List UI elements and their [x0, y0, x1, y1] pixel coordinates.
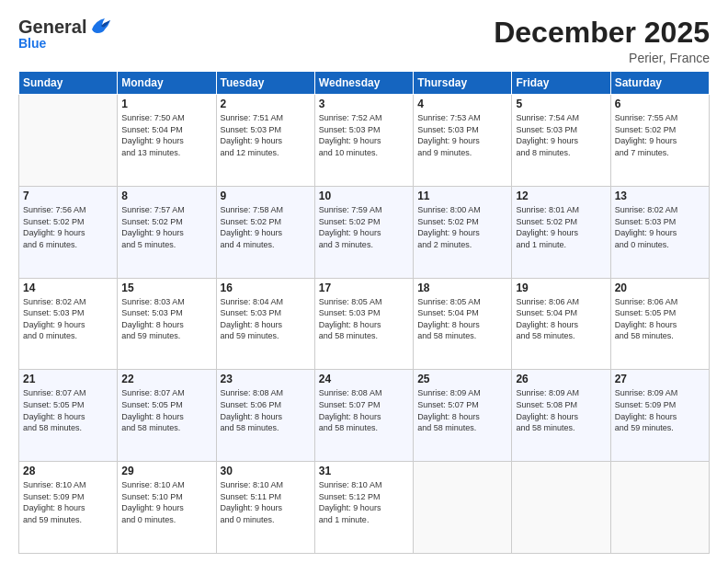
day-number: 28 — [23, 465, 113, 477]
day-info: Sunrise: 7:58 AM Sunset: 5:02 PM Dayligh… — [221, 204, 311, 250]
day-header-thursday: Thursday — [414, 72, 512, 95]
day-number: 9 — [221, 190, 311, 202]
calendar-cell: 10Sunrise: 7:59 AM Sunset: 5:02 PM Dayli… — [314, 186, 413, 278]
logo-general: General — [18, 17, 86, 38]
day-number: 1 — [121, 98, 211, 110]
calendar-week-row: 21Sunrise: 8:07 AM Sunset: 5:05 PM Dayli… — [19, 370, 710, 462]
day-number: 30 — [221, 465, 311, 477]
day-number: 25 — [417, 373, 507, 385]
calendar-cell: 1Sunrise: 7:50 AM Sunset: 5:04 PM Daylig… — [118, 95, 216, 187]
page: General Blue December 2025 Perier, Franc… — [0, 0, 728, 563]
calendar-cell: 29Sunrise: 8:10 AM Sunset: 5:10 PM Dayli… — [118, 462, 216, 554]
day-info: Sunrise: 8:08 AM Sunset: 5:07 PM Dayligh… — [319, 387, 409, 433]
calendar-cell: 27Sunrise: 8:09 AM Sunset: 5:09 PM Dayli… — [610, 370, 709, 462]
day-info: Sunrise: 8:00 AM Sunset: 5:02 PM Dayligh… — [417, 204, 507, 250]
day-info: Sunrise: 7:52 AM Sunset: 5:03 PM Dayligh… — [319, 112, 409, 158]
calendar-cell: 4Sunrise: 7:53 AM Sunset: 5:03 PM Daylig… — [414, 95, 512, 187]
day-header-friday: Friday — [512, 72, 610, 95]
logo-blue: Blue — [18, 36, 46, 51]
day-info: Sunrise: 8:10 AM Sunset: 5:12 PM Dayligh… — [319, 479, 409, 525]
day-number: 17 — [319, 282, 409, 294]
calendar-cell: 2Sunrise: 7:51 AM Sunset: 5:03 PM Daylig… — [216, 95, 314, 187]
day-info: Sunrise: 8:06 AM Sunset: 5:04 PM Dayligh… — [516, 296, 606, 342]
day-info: Sunrise: 7:56 AM Sunset: 5:02 PM Dayligh… — [23, 204, 113, 250]
day-info: Sunrise: 8:02 AM Sunset: 5:03 PM Dayligh… — [23, 296, 113, 342]
day-header-saturday: Saturday — [610, 72, 709, 95]
day-info: Sunrise: 7:57 AM Sunset: 5:02 PM Dayligh… — [121, 204, 211, 250]
calendar-cell: 12Sunrise: 8:01 AM Sunset: 5:02 PM Dayli… — [512, 186, 610, 278]
calendar-cell: 15Sunrise: 8:03 AM Sunset: 5:03 PM Dayli… — [118, 278, 216, 370]
logo-bird-icon — [88, 17, 112, 37]
calendar-cell: 24Sunrise: 8:08 AM Sunset: 5:07 PM Dayli… — [314, 370, 413, 462]
calendar-cell: 18Sunrise: 8:05 AM Sunset: 5:04 PM Dayli… — [414, 278, 512, 370]
day-number: 21 — [23, 373, 113, 385]
calendar-cell: 28Sunrise: 8:10 AM Sunset: 5:09 PM Dayli… — [19, 462, 118, 554]
day-info: Sunrise: 7:54 AM Sunset: 5:03 PM Dayligh… — [516, 112, 606, 158]
calendar-week-row: 7Sunrise: 7:56 AM Sunset: 5:02 PM Daylig… — [19, 186, 710, 278]
day-number: 24 — [319, 373, 409, 385]
calendar-cell: 16Sunrise: 8:04 AM Sunset: 5:03 PM Dayli… — [216, 278, 314, 370]
day-number: 11 — [417, 190, 507, 202]
day-header-tuesday: Tuesday — [216, 72, 314, 95]
header: General Blue December 2025 Perier, Franc… — [18, 17, 710, 65]
logo: General Blue — [18, 17, 112, 51]
calendar-cell: 22Sunrise: 8:07 AM Sunset: 5:05 PM Dayli… — [118, 370, 216, 462]
day-info: Sunrise: 7:59 AM Sunset: 5:02 PM Dayligh… — [319, 204, 409, 250]
day-number: 15 — [121, 282, 211, 294]
calendar-cell: 25Sunrise: 8:09 AM Sunset: 5:07 PM Dayli… — [414, 370, 512, 462]
day-info: Sunrise: 8:05 AM Sunset: 5:04 PM Dayligh… — [417, 296, 507, 342]
day-number: 7 — [23, 190, 113, 202]
calendar-cell: 8Sunrise: 7:57 AM Sunset: 5:02 PM Daylig… — [118, 186, 216, 278]
calendar-cell: 31Sunrise: 8:10 AM Sunset: 5:12 PM Dayli… — [314, 462, 413, 554]
day-info: Sunrise: 8:04 AM Sunset: 5:03 PM Dayligh… — [221, 296, 311, 342]
calendar-cell: 17Sunrise: 8:05 AM Sunset: 5:03 PM Dayli… — [314, 278, 413, 370]
day-info: Sunrise: 8:02 AM Sunset: 5:03 PM Dayligh… — [615, 204, 705, 250]
day-info: Sunrise: 8:03 AM Sunset: 5:03 PM Dayligh… — [121, 296, 211, 342]
day-info: Sunrise: 8:07 AM Sunset: 5:05 PM Dayligh… — [121, 387, 211, 433]
day-info: Sunrise: 7:51 AM Sunset: 5:03 PM Dayligh… — [221, 112, 311, 158]
day-number: 23 — [221, 373, 311, 385]
day-info: Sunrise: 8:10 AM Sunset: 5:09 PM Dayligh… — [23, 479, 113, 525]
day-number: 19 — [516, 282, 606, 294]
day-number: 2 — [221, 98, 311, 110]
calendar-cell: 30Sunrise: 8:10 AM Sunset: 5:11 PM Dayli… — [216, 462, 314, 554]
day-info: Sunrise: 7:53 AM Sunset: 5:03 PM Dayligh… — [417, 112, 507, 158]
calendar-cell: 3Sunrise: 7:52 AM Sunset: 5:03 PM Daylig… — [314, 95, 413, 187]
day-number: 12 — [516, 190, 606, 202]
day-number: 31 — [319, 465, 409, 477]
day-number: 4 — [417, 98, 507, 110]
calendar-cell: 23Sunrise: 8:08 AM Sunset: 5:06 PM Dayli… — [216, 370, 314, 462]
calendar-cell: 19Sunrise: 8:06 AM Sunset: 5:04 PM Dayli… — [512, 278, 610, 370]
calendar-header-row: SundayMondayTuesdayWednesdayThursdayFrid… — [19, 72, 710, 95]
day-header-wednesday: Wednesday — [314, 72, 413, 95]
day-info: Sunrise: 7:55 AM Sunset: 5:02 PM Dayligh… — [615, 112, 705, 158]
calendar-week-row: 14Sunrise: 8:02 AM Sunset: 5:03 PM Dayli… — [19, 278, 710, 370]
day-info: Sunrise: 8:09 AM Sunset: 5:07 PM Dayligh… — [417, 387, 507, 433]
day-number: 13 — [615, 190, 705, 202]
day-number: 20 — [615, 282, 705, 294]
calendar-cell — [414, 462, 512, 554]
calendar-week-row: 1Sunrise: 7:50 AM Sunset: 5:04 PM Daylig… — [19, 95, 710, 187]
location: Perier, France — [494, 51, 710, 65]
day-info: Sunrise: 8:09 AM Sunset: 5:08 PM Dayligh… — [516, 387, 606, 433]
calendar-cell: 20Sunrise: 8:06 AM Sunset: 5:05 PM Dayli… — [610, 278, 709, 370]
month-year: December 2025 — [494, 17, 710, 49]
day-number: 18 — [417, 282, 507, 294]
calendar-table: SundayMondayTuesdayWednesdayThursdayFrid… — [18, 71, 710, 554]
day-number: 26 — [516, 373, 606, 385]
calendar-cell: 7Sunrise: 7:56 AM Sunset: 5:02 PM Daylig… — [19, 186, 118, 278]
calendar-cell: 5Sunrise: 7:54 AM Sunset: 5:03 PM Daylig… — [512, 95, 610, 187]
day-header-monday: Monday — [118, 72, 216, 95]
day-number: 27 — [615, 373, 705, 385]
calendar-cell: 21Sunrise: 8:07 AM Sunset: 5:05 PM Dayli… — [19, 370, 118, 462]
calendar-cell: 26Sunrise: 8:09 AM Sunset: 5:08 PM Dayli… — [512, 370, 610, 462]
day-info: Sunrise: 8:08 AM Sunset: 5:06 PM Dayligh… — [221, 387, 311, 433]
day-number: 16 — [221, 282, 311, 294]
day-number: 14 — [23, 282, 113, 294]
day-header-sunday: Sunday — [19, 72, 118, 95]
day-info: Sunrise: 8:10 AM Sunset: 5:11 PM Dayligh… — [221, 479, 311, 525]
title-block: December 2025 Perier, France — [494, 17, 710, 65]
calendar-cell: 14Sunrise: 8:02 AM Sunset: 5:03 PM Dayli… — [19, 278, 118, 370]
calendar-cell — [512, 462, 610, 554]
day-number: 29 — [121, 465, 211, 477]
